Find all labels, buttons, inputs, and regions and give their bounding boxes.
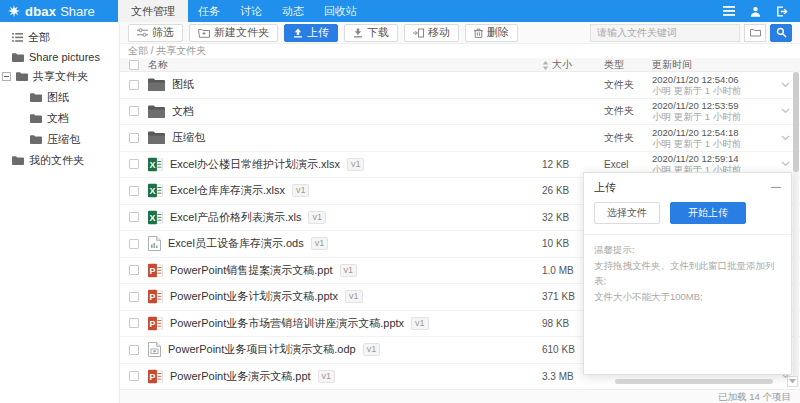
table-row[interactable]: 压缩包文件夹2020/11/20 12:54:18小明 更新于 1 小时前 <box>120 125 800 152</box>
tab-file-management[interactable]: 文件管理 <box>118 0 188 22</box>
file-name-cell[interactable]: PowerPoint业务项目计划演示文稿.odpv1 <box>148 342 542 357</box>
nav-item[interactable]: 动态 <box>282 4 304 19</box>
choose-file-button[interactable]: 选择文件 <box>594 202 660 224</box>
row-checkbox[interactable] <box>129 239 139 249</box>
search-button[interactable] <box>770 24 792 42</box>
column-header-name[interactable]: 名称 <box>148 58 542 72</box>
sidebar-item-share-pictures[interactable]: Share pictures <box>0 48 119 66</box>
file-type: 文件夹 <box>604 78 652 92</box>
items-loaded-count: 已加载 14 个项目 <box>718 391 791 402</box>
scrollbar-down-arrow[interactable] <box>787 376 798 387</box>
file-name[interactable]: PowerPoint业务计划演示文稿.pptx <box>170 289 338 304</box>
vertical-scrollbar-thumb[interactable] <box>793 72 799 172</box>
checkbox-cell <box>120 239 148 249</box>
folder-search-button[interactable] <box>744 24 766 42</box>
file-name-cell[interactable]: XExcel仓库库存演示.xlsxv1 <box>148 183 542 198</box>
sidebar-item-my-folders[interactable]: 我的文件夹 <box>0 150 119 171</box>
version-badge: v1 <box>411 317 429 330</box>
checkbox-cell <box>120 133 148 143</box>
sidebar-item-label: 图纸 <box>47 90 69 105</box>
download-icon <box>353 28 363 38</box>
table-row[interactable]: 文档文件夹2020/11/20 12:53:59小明 更新于 1 小时前 <box>120 99 800 126</box>
file-name-cell[interactable]: XExcel办公楼日常维护计划演示.xlsxv1 <box>148 157 542 172</box>
file-name-cell[interactable]: 文档 <box>148 104 542 119</box>
horizontal-scrollbar-thumb[interactable] <box>615 379 773 384</box>
file-name[interactable]: PowerPoint业务演示文稿.ppt <box>170 369 311 384</box>
row-checkbox[interactable] <box>129 186 139 196</box>
column-header-type[interactable]: 类型 <box>604 58 652 72</box>
file-name-cell[interactable]: PPowerPoint业务演示文稿.pptv1 <box>148 369 542 384</box>
nav-item[interactable]: 任务 <box>198 4 220 19</box>
file-name-cell[interactable]: XExcel产品价格列表演示.xlsv1 <box>148 210 542 225</box>
folder-icon <box>148 105 165 118</box>
file-name-cell[interactable]: 图纸 <box>148 77 542 92</box>
filter-button[interactable]: 筛选 <box>128 24 183 42</box>
file-name[interactable]: Excel仓库库存演示.xlsx <box>170 183 285 198</box>
app-logo[interactable]: dbaxShare <box>0 4 118 19</box>
row-checkbox[interactable] <box>129 318 139 328</box>
select-all-checkbox[interactable] <box>129 60 139 70</box>
new-folder-button[interactable]: 新建文件夹 <box>189 24 278 42</box>
logout-icon[interactable] <box>776 6 788 17</box>
row-checkbox[interactable] <box>129 106 139 116</box>
row-checkbox[interactable] <box>129 371 139 381</box>
file-name[interactable]: Excel员工设备库存演示.ods <box>168 236 304 251</box>
file-name[interactable]: PowerPoint销售提案演示文稿.ppt <box>170 263 333 278</box>
row-checkbox[interactable] <box>129 212 139 222</box>
row-checkbox[interactable] <box>129 265 139 275</box>
file-name-cell[interactable]: PPowerPoint业务市场营销培训讲座演示文稿.pptxv1 <box>148 316 542 331</box>
row-checkbox[interactable] <box>129 133 139 143</box>
file-name[interactable]: PowerPoint业务市场营销培训讲座演示文稿.pptx <box>170 316 404 331</box>
delete-button[interactable]: 删除 <box>465 24 518 42</box>
sort-icon[interactable] <box>542 61 549 70</box>
row-checkbox[interactable] <box>129 292 139 302</box>
sidebar-item-all[interactable]: 全部 <box>0 27 119 48</box>
minimize-icon[interactable] <box>771 183 781 193</box>
logo-text-bold: dbax <box>25 4 56 19</box>
table-row[interactable]: 图纸文件夹2020/11/20 12:54:06小明 更新于 1 小时前 <box>120 72 800 99</box>
checkbox-cell <box>120 292 148 302</box>
search-area <box>590 24 792 42</box>
breadcrumb[interactable]: 全部 / 共享文件夹 <box>120 45 800 57</box>
sidebar-item-documents[interactable]: 文档 <box>0 108 119 129</box>
file-name-cell[interactable]: PPowerPoint业务计划演示文稿.pptxv1 <box>148 289 542 304</box>
move-button[interactable]: 移动 <box>404 24 459 42</box>
file-name[interactable]: 文档 <box>172 104 194 119</box>
sidebar-item-label: 我的文件夹 <box>29 153 84 168</box>
updated-by: 小明 更新于 1 小时前 <box>652 111 770 122</box>
column-header-size[interactable]: 大小 <box>552 58 572 72</box>
version-badge: v1 <box>308 211 326 224</box>
ppt-file-icon: P <box>148 316 163 331</box>
upload-button[interactable]: 上传 <box>284 24 338 42</box>
file-name[interactable]: Excel产品价格列表演示.xls <box>170 210 301 225</box>
column-header-updated[interactable]: 更新时间 <box>652 58 770 72</box>
sidebar-item-drawings[interactable]: 图纸 <box>0 87 119 108</box>
file-name[interactable]: PowerPoint业务项目计划演示文稿.odp <box>168 342 356 357</box>
collapse-toggle-icon[interactable] <box>2 72 11 81</box>
file-name[interactable]: Excel办公楼日常维护计划演示.xlsx <box>170 157 340 172</box>
file-name-cell[interactable]: Excel员工设备库存演示.odsv1 <box>148 236 542 251</box>
file-name[interactable]: 图纸 <box>172 77 194 92</box>
start-upload-button[interactable]: 开始上传 <box>670 202 746 224</box>
version-badge: v1 <box>347 158 365 171</box>
nav-item[interactable]: 回收站 <box>324 4 357 19</box>
download-button[interactable]: 下载 <box>344 24 398 42</box>
file-name-cell[interactable]: PPowerPoint销售提案演示文稿.pptv1 <box>148 263 542 278</box>
checkbox-cell <box>120 159 148 169</box>
sidebar-item-shared-folders[interactable]: 共享文件夹 <box>0 66 119 87</box>
row-checkbox[interactable] <box>129 345 139 355</box>
file-name-cell[interactable]: 压缩包 <box>148 130 542 145</box>
search-input[interactable] <box>590 24 740 42</box>
file-name[interactable]: 压缩包 <box>172 130 205 145</box>
upload-tip-size: 文件大小不能大于100MB; <box>594 289 781 305</box>
upload-panel-actions: 选择文件 开始上传 <box>584 201 791 235</box>
upload-panel: 上传 选择文件 开始上传 温馨提示: 支持拖拽文件夹、文件到此窗口批量添加列表;… <box>583 172 792 375</box>
nav-item[interactable]: 讨论 <box>240 4 262 19</box>
sidebar-item-archives[interactable]: 压缩包 <box>0 129 119 150</box>
user-icon[interactable] <box>750 6 761 17</box>
row-checkbox[interactable] <box>129 159 139 169</box>
folder-icon <box>30 114 42 123</box>
row-checkbox[interactable] <box>129 80 139 90</box>
updated-cell: 2020/11/20 12:54:18小明 更新于 1 小时前 <box>652 127 770 149</box>
menu-icon[interactable] <box>723 6 735 16</box>
